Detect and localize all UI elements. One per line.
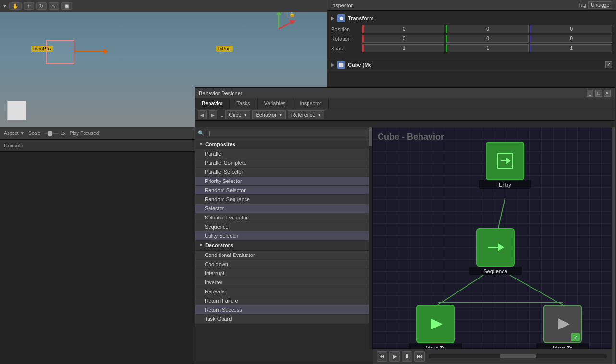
rewind-btn[interactable]: ⏮ [377,351,387,362]
rotation-fields [362,35,612,43]
scale-slider[interactable]: 1x [44,131,66,136]
transform-section: ▶ ⊞ Transform Position Rotation Scale [327,11,616,58]
transform-icon: ⊞ [337,14,345,22]
position-x[interactable] [362,25,444,33]
transform-label: Transform [348,15,374,21]
minimize-btn[interactable]: _ [587,90,593,97]
behavior-tabs: Behavior Tasks Variables Inspector [195,98,615,109]
search-input[interactable] [207,129,370,137]
svg-text:🔒: 🔒 [289,12,295,17]
scene-toolbar: ▼ ✋ ✛ ↻ ⤡ ▣ [0,0,327,12]
scale-tool-btn[interactable]: ⤡ [49,2,59,10]
graph-horizontal-scrollbar[interactable] [429,354,607,358]
task-repeater[interactable]: Repeater [195,287,372,296]
nav-object-dropdown[interactable]: Cube ▼ [225,110,250,119]
task-parallel-selector[interactable]: Parallel Selector [195,168,372,177]
task-utility-selector[interactable]: Utility Selector [195,231,372,241]
svg-marker-17 [558,318,570,330]
rotation-x[interactable] [362,35,444,43]
move-tool-btn[interactable]: ✛ [24,2,34,10]
node-entry[interactable]: Entry [479,142,531,189]
nav-forward-btn[interactable]: ▶ [209,110,217,119]
task-sequence[interactable]: Sequence [195,222,372,231]
task-selector-evaluator[interactable]: Selector Evaluator [195,213,372,222]
task-random-sequence[interactable]: Random Sequence [195,195,372,204]
scale-x[interactable] [362,44,444,52]
play-buttons: ⏮ ▶ ⏸ ⏭ [377,351,425,362]
behavior-graph[interactable]: Cube - Behavior Entry [373,127,615,364]
task-interrupt[interactable]: Interrupt [195,269,372,278]
expand-transform-arrow[interactable]: ▶ [331,16,334,21]
hand-tool-btn[interactable]: ✋ [9,2,22,10]
play-focused-btn[interactable]: Play Focused [70,131,99,136]
expand-cube-arrow[interactable]: ▶ [331,62,334,67]
graph-scrollbar-thumb [500,354,535,358]
scale-y[interactable] [446,44,528,52]
task-random-selector[interactable]: Random Selector [195,186,372,195]
composites-category[interactable]: ▼ Composites [195,139,372,149]
graph-resize-handle[interactable] [612,127,615,364]
position-row: Position [331,25,612,33]
entry-node-icon [486,142,524,180]
position-z[interactable] [530,25,612,33]
rotation-y[interactable] [446,35,528,43]
task-return-success[interactable]: Return Success [195,305,372,315]
task-task-guard[interactable]: Task Guard [195,315,372,324]
position-y[interactable] [446,25,528,33]
nav-reference-dropdown[interactable]: Reference ▼ [288,110,325,119]
task-inverter[interactable]: Inverter [195,278,372,287]
tab-tasks[interactable]: Tasks [230,98,257,109]
bottom-toolbar-label: Console [4,143,23,148]
scene-toolbar-label: ▼ [2,3,7,9]
cube-component-checkbox[interactable]: ✓ [605,61,612,68]
play-btn[interactable]: ▶ [389,351,400,362]
task-list-scrollbar[interactable] [369,127,372,349]
nav-reference-label: Reference [291,112,316,118]
scale-z[interactable] [530,44,612,52]
play-controls: ⏮ ▶ ⏸ ⏭ [373,348,615,364]
pause-btn[interactable]: ⏸ [402,351,412,362]
task-cooldown[interactable]: Cooldown [195,260,372,269]
tag-value[interactable]: Untagge [588,1,612,9]
cube-component-section: ▶ ⬜ Cube (Me ✓ [327,58,616,72]
nav-behavior-arrow: ▼ [279,113,283,117]
nav-back-btn[interactable]: ◀ [198,110,207,119]
behavior-nav: ◀ ▶ ... Cube ▼ Behavior ▼ Reference ▼ [195,109,615,121]
task-parallel[interactable]: Parallel [195,149,372,158]
nav-behavior-label: Behavior [256,112,276,118]
inspector-tag-area: Tag Untagge [579,1,612,9]
nav-behavior-dropdown[interactable]: Behavior ▼ [252,110,285,119]
behavior-designer-panel: Behavior Designer _ □ ✕ Behavior Tasks V… [195,87,615,364]
scene-arrow [74,49,108,53]
task-list-panel: 🔍 ▼ Composites Parallel Parallel Complet… [195,127,373,349]
moveto1-node-icon [416,305,455,343]
step-btn[interactable]: ⏭ [414,351,425,362]
task-parallel-complete[interactable]: Parallel Complete [195,158,372,168]
close-btn[interactable]: ✕ [604,90,611,97]
inspector-header: Inspector Tag Untagge [327,0,616,11]
aspect-label[interactable]: Aspect ▼ [4,131,25,136]
transform-tool-btn[interactable]: ▣ [61,2,72,10]
nav-object-arrow: ▼ [243,113,247,117]
task-selector[interactable]: Selector [195,204,372,213]
node-moveto1[interactable]: Move To [409,305,462,352]
node-moveto2[interactable]: ✓ Move To [536,305,589,352]
rotate-tool-btn[interactable]: ↻ [36,2,47,10]
node-sequence[interactable]: Sequence [469,228,522,275]
svg-line-7 [497,198,505,232]
task-return-failure[interactable]: Return Failure [195,296,372,305]
tab-behavior[interactable]: Behavior [195,98,230,109]
moveto2-node-icon: ✓ [543,305,582,343]
maximize-btn[interactable]: □ [595,90,602,97]
tab-variables[interactable]: Variables [258,98,293,109]
nav-object-label: Cube [229,112,241,118]
task-conditional-evaluator[interactable]: Conditional Evaluator [195,251,372,260]
sequence-node-label: Sequence [469,267,522,275]
decorators-category[interactable]: ▼ Decorators [195,241,372,251]
task-priority-selector[interactable]: Priority Selector [195,177,372,186]
scene-cube-obj [7,101,26,120]
tab-inspector[interactable]: Inspector [293,98,329,109]
position-fields [362,25,612,33]
scene-cube-object [46,40,74,64]
rotation-z[interactable] [530,35,612,43]
